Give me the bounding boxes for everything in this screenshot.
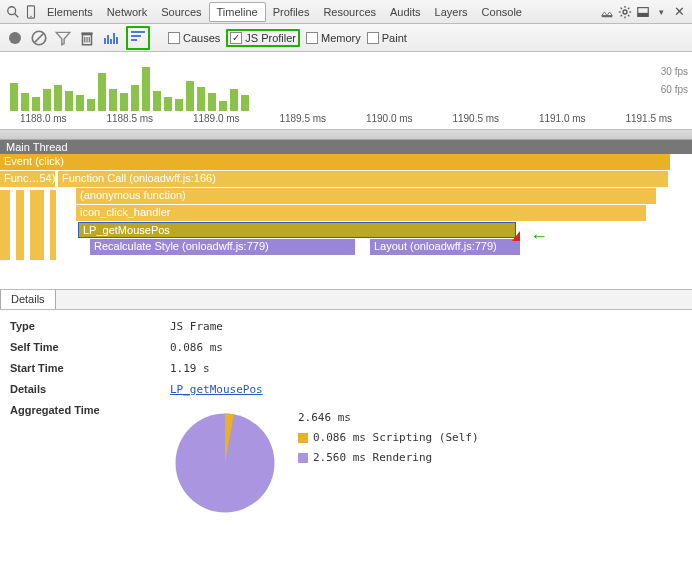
svg-rect-15 (638, 12, 649, 16)
overview-tick: 1190.5 ms (433, 113, 520, 129)
overview-tick: 1191.5 ms (606, 113, 693, 129)
flamechart-pane[interactable]: Main Thread Event (click) Func…54) Funct… (0, 140, 692, 290)
tab-sources[interactable]: Sources (154, 3, 208, 21)
overview-bar (109, 89, 117, 111)
overview-bar (241, 95, 249, 111)
overview-bar (208, 93, 216, 111)
tab-profiles[interactable]: Profiles (266, 3, 317, 21)
tab-network[interactable]: Network (100, 3, 154, 21)
legend-scripting: 0.086 ms Scripting (Self) (313, 431, 479, 444)
tab-timeline[interactable]: Timeline (209, 2, 266, 22)
overview-bar (54, 85, 62, 111)
svg-line-11 (628, 15, 629, 16)
type-key: Type (10, 320, 170, 333)
timeline-toolbar: Causes ✓JS Profiler Memory Paint (0, 24, 692, 52)
overview-tick: 1188.5 ms (87, 113, 174, 129)
paint-checkbox[interactable]: Paint (367, 32, 407, 44)
details-tab[interactable]: Details (0, 289, 56, 309)
details-key: Details (10, 383, 170, 396)
overview-bar (230, 89, 238, 111)
svg-rect-30 (131, 39, 137, 41)
svg-line-17 (35, 33, 44, 42)
flame-anonymous[interactable]: (anonymous function) (76, 188, 656, 204)
close-icon[interactable]: ✕ (670, 3, 688, 21)
gc-icon[interactable] (78, 29, 96, 47)
tab-resources[interactable]: Resources (316, 3, 383, 21)
overview-tick: 1188.0 ms (0, 113, 87, 129)
jsprofiler-label: JS Profiler (245, 32, 296, 44)
overview-tick: 1189.5 ms (260, 113, 347, 129)
tab-console[interactable]: Console (475, 3, 529, 21)
flamechart-view-button[interactable] (126, 26, 150, 50)
annotation-arrow-icon: ← (530, 226, 548, 247)
frames-view-button[interactable] (102, 30, 120, 46)
causes-label: Causes (183, 32, 220, 44)
device-icon[interactable] (22, 3, 40, 21)
overview-tick: 1189.0 ms (173, 113, 260, 129)
overview-bar (153, 91, 161, 111)
selftime-value: 0.086 ms (170, 341, 223, 354)
svg-rect-23 (104, 38, 106, 44)
chevron-down-icon[interactable]: ▾ (652, 3, 670, 21)
overview-tick: 1190.0 ms (346, 113, 433, 129)
svg-rect-29 (131, 35, 141, 37)
flame-function-call[interactable]: Function Call (onloadwff.js:166) (58, 171, 668, 187)
flame-recalc-style[interactable]: Recalculate Style (onloadwff.js:779) (90, 239, 355, 255)
overview-bar (186, 81, 194, 111)
legend-rendering: 2.560 ms Rendering (313, 451, 432, 464)
swatch-scripting-icon (298, 433, 308, 443)
details-tabbar: Details (0, 290, 692, 310)
overview-bar (164, 97, 172, 111)
overview-bar (219, 101, 227, 111)
gear-icon[interactable] (616, 3, 634, 21)
tab-audits[interactable]: Audits (383, 3, 428, 21)
dock-icon[interactable] (634, 3, 652, 21)
flame-lp-getmousepos[interactable]: LP_getMousePos (78, 222, 516, 238)
svg-rect-28 (131, 31, 145, 33)
layout-warning-icon (512, 231, 520, 241)
overview-bar (43, 89, 51, 111)
svg-rect-24 (107, 35, 109, 44)
starttime-value: 1.19 s (170, 362, 210, 375)
svg-rect-27 (116, 37, 118, 44)
svg-point-5 (623, 9, 627, 13)
flame-layout[interactable]: Layout (onloadwff.js:779) (370, 239, 520, 255)
filter-icon[interactable] (54, 29, 72, 47)
legend-total: 2.646 ms (298, 408, 479, 428)
overview-bar (87, 99, 95, 111)
svg-rect-22 (81, 32, 92, 34)
overview-bar (120, 93, 128, 111)
fps-30-label: 30 fps (661, 66, 688, 77)
flame-icon-click-handler[interactable]: icon_click_handler (76, 205, 646, 221)
aggtime-piechart (170, 408, 280, 518)
aggtime-legend: 2.646 ms 0.086 ms Scripting (Self) 2.560… (298, 408, 479, 468)
search-icon[interactable] (4, 3, 22, 21)
svg-rect-25 (110, 39, 112, 44)
memory-checkbox[interactable]: Memory (306, 32, 361, 44)
overview-bar (76, 95, 84, 111)
record-button[interactable] (6, 32, 24, 44)
overview-bar (197, 87, 205, 111)
clear-button[interactable] (30, 29, 48, 47)
svg-rect-4 (602, 15, 613, 17)
svg-line-10 (621, 7, 622, 8)
jsprofiler-checkbox[interactable]: ✓JS Profiler (226, 29, 300, 47)
svg-line-1 (15, 13, 19, 17)
tab-layers[interactable]: Layers (428, 3, 475, 21)
flame-func54[interactable]: Func…54) (0, 171, 55, 187)
overview-pane[interactable]: 30 fps 60 fps 1188.0 ms1188.5 ms1189.0 m… (0, 52, 692, 130)
flame-event-click[interactable]: Event (click) (0, 154, 670, 170)
fps-60-label: 60 fps (661, 84, 688, 95)
drawer-icon[interactable] (598, 3, 616, 21)
tab-elements[interactable]: Elements (40, 3, 100, 21)
details-link[interactable]: LP_getMousePos (170, 383, 263, 396)
svg-line-12 (621, 15, 622, 16)
details-pane: TypeJS Frame Self Time0.086 ms Start Tim… (0, 310, 692, 528)
overview-scrubber[interactable] (0, 130, 692, 140)
selftime-key: Self Time (10, 341, 170, 354)
paint-label: Paint (382, 32, 407, 44)
main-tabbar: Elements Network Sources Timeline Profil… (0, 0, 692, 24)
overview-bar (142, 67, 150, 111)
causes-checkbox[interactable]: Causes (168, 32, 220, 44)
overview-bar (131, 85, 139, 111)
